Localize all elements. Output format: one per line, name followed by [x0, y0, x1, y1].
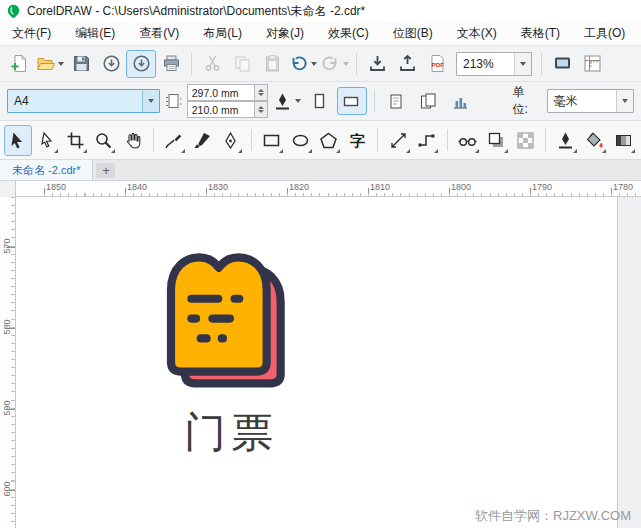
watermark-text: 软件自学网：RJZXW.COM: [475, 507, 631, 525]
menu-bitmaps[interactable]: 位图(B): [381, 22, 445, 45]
paste-button: [258, 51, 286, 77]
pen-tool[interactable]: [218, 126, 244, 155]
publish-pdf-button[interactable]: PDF: [423, 51, 451, 77]
text-tool[interactable]: 字: [345, 126, 371, 155]
separator: [541, 53, 542, 75]
toast-graphic[interactable]: [136, 227, 311, 402]
polygon-icon: [319, 131, 338, 150]
menu-text[interactable]: 文本(X): [445, 22, 509, 45]
dimension-tool[interactable]: [385, 126, 411, 155]
page-width-field[interactable]: 297.0 mm: [187, 84, 255, 101]
portrait-page-icon: [310, 92, 329, 111]
drop-shadow-tool[interactable]: [484, 126, 510, 155]
horizontal-ruler[interactable]: 18501840183018201810180017901780: [16, 181, 641, 197]
ellipse-tool[interactable]: [287, 126, 313, 155]
shape-tool[interactable]: [34, 126, 60, 155]
zoom-tool[interactable]: [91, 126, 117, 155]
fill-tool[interactable]: [582, 126, 608, 155]
transparency-tool[interactable]: [512, 126, 538, 155]
menu-view[interactable]: 查看(V): [127, 22, 191, 45]
menu-layout[interactable]: 布局(L): [191, 22, 254, 45]
page-stats-button[interactable]: [447, 88, 475, 114]
show-rulers-button[interactable]: [578, 51, 606, 77]
ellipse-icon: [291, 131, 310, 150]
menu-file[interactable]: 文件(F): [0, 22, 63, 45]
menu-effects[interactable]: 效果(C): [316, 22, 381, 45]
pan-tool[interactable]: [120, 126, 146, 155]
landscape-button[interactable]: [338, 88, 366, 114]
chevron-down-icon: [58, 62, 64, 66]
interactive-fill-tool[interactable]: [610, 126, 636, 155]
combo-dropdown-button[interactable]: [616, 90, 633, 112]
import-button[interactable]: [363, 51, 391, 77]
document-tab-bar: 未命名 -2.cdr* +: [0, 160, 641, 181]
hruler-label: 1840: [127, 182, 147, 192]
rectangle-tool[interactable]: [259, 126, 285, 155]
current-page-icon: [387, 92, 406, 111]
paste-icon: [263, 54, 282, 73]
new-document-button[interactable]: [5, 51, 33, 77]
pick-tool[interactable]: [5, 126, 31, 155]
shape-icon: [37, 131, 56, 150]
hruler-label: 1830: [208, 182, 228, 192]
zoom-level-combo[interactable]: 213%: [456, 52, 532, 76]
copy-icon: [233, 54, 252, 73]
all-pages-button[interactable]: [415, 88, 443, 114]
hruler-label: 1780: [613, 182, 633, 192]
caption-text[interactable]: 门票: [136, 405, 326, 461]
fullscreen-icon: [553, 54, 572, 73]
page-height-spinner[interactable]: [255, 101, 268, 118]
portrait-button[interactable]: [306, 88, 334, 114]
menu-edit[interactable]: 编辑(E): [63, 22, 127, 45]
checker-icon: [516, 131, 535, 150]
freehand-tool[interactable]: [161, 126, 187, 155]
page-height-field[interactable]: 210.0 mm: [187, 101, 255, 118]
nib-icon: [556, 131, 575, 150]
outline-pen-tool[interactable]: [553, 126, 579, 155]
combo-dropdown-button[interactable]: [142, 90, 159, 112]
undo-icon: [289, 54, 308, 73]
menu-tools[interactable]: 工具(O): [572, 22, 637, 45]
eyedropper-tool[interactable]: [455, 126, 481, 155]
artistic-media-tool[interactable]: [189, 126, 215, 155]
chevron-down-icon: [622, 99, 628, 103]
gradfill-icon: [614, 131, 633, 150]
print-icon: [162, 54, 181, 73]
crop-tool[interactable]: [62, 126, 88, 155]
page-size-combo[interactable]: A4: [7, 89, 160, 113]
save-to-cloud-button[interactable]: [127, 51, 155, 77]
polygon-tool[interactable]: [316, 126, 342, 155]
units-combo[interactable]: 毫米: [547, 89, 634, 113]
document-tab[interactable]: 未命名 -2.cdr*: [0, 160, 93, 180]
ruler-origin-button[interactable]: [0, 181, 16, 198]
new-tab-button[interactable]: +: [96, 163, 115, 178]
undo-button[interactable]: [288, 51, 318, 77]
landscape-page-icon: [342, 92, 361, 111]
text-tool-icon: 字: [350, 133, 365, 148]
drawing-page[interactable]: 门票 软件自学网：RJZXW.COM: [16, 197, 641, 528]
canvas-area: 570580590600 门票 软件自学网：RJZXW.COM: [0, 197, 641, 528]
standard-toolbar: PDF213%: [0, 46, 641, 82]
combo-dropdown-button[interactable]: [514, 53, 531, 75]
open-from-cloud-button[interactable]: [97, 51, 125, 77]
fullscreen-preview-button[interactable]: [548, 51, 576, 77]
vertical-ruler[interactable]: 570580590600: [0, 197, 16, 528]
vruler-label: 580: [2, 316, 12, 338]
save-button[interactable]: [67, 51, 95, 77]
print-button[interactable]: [157, 51, 185, 77]
menu-object[interactable]: 对象(J): [254, 22, 316, 45]
open-icon: [36, 54, 55, 73]
open-button[interactable]: [35, 51, 65, 77]
ruler-row: 18501840183018201810180017901780: [0, 181, 641, 197]
page-width-spinner[interactable]: [255, 84, 268, 101]
connector-tool[interactable]: [414, 126, 440, 155]
menu-bar: 文件(F)编辑(E)查看(V)布局(L)对象(J)效果(C)位图(B)文本(X)…: [0, 22, 641, 46]
export-button[interactable]: [393, 51, 421, 77]
current-page-button[interactable]: [383, 88, 411, 114]
chevron-down-icon: [295, 99, 301, 103]
show-rulers-icon: [583, 54, 602, 73]
crop-icon: [66, 131, 85, 150]
nudge-settings-button[interactable]: [272, 88, 302, 114]
menu-table[interactable]: 表格(T): [509, 22, 572, 45]
coreldraw-logo-icon: [6, 4, 21, 19]
